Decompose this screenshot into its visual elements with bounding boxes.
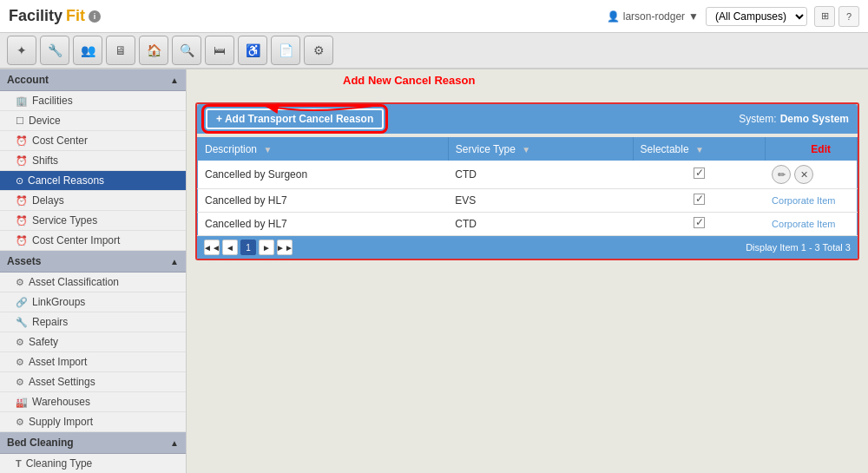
- bed-cleaning-arrow-icon: ▲: [170, 438, 179, 448]
- sidebar-item-service-types[interactable]: ⏰ Service Types: [0, 211, 186, 231]
- sidebar-item-label: Device: [29, 115, 61, 127]
- selectable-cell: [633, 161, 765, 189]
- supply-import-icon: ⚙: [16, 417, 24, 428]
- selectable-checkbox[interactable]: [694, 194, 705, 205]
- content-area: Add New Cancel Reason + Add Transport Ca…: [187, 69, 868, 473]
- sidebar-item-delays[interactable]: ⏰ Delays: [0, 191, 186, 211]
- repairs-icon: 🔧: [16, 317, 28, 328]
- page-1-button[interactable]: 1: [240, 240, 256, 255]
- selectable-checkbox[interactable]: [694, 217, 705, 228]
- username: larson-rodger: [623, 10, 685, 23]
- selectable-cell: [633, 189, 765, 213]
- sidebar-item-cancel-reasons[interactable]: ⊙ Cancel Reasons: [0, 171, 186, 191]
- warehouses-icon: 🏭: [16, 397, 28, 408]
- last-page-button[interactable]: ►►: [277, 240, 293, 255]
- selectable-filter-icon[interactable]: ▼: [695, 145, 704, 154]
- wheelchair-toolbar-btn[interactable]: ♿: [238, 36, 267, 65]
- prev-page-button[interactable]: ◄: [222, 240, 238, 255]
- corp-label: Corporate Item: [772, 219, 835, 229]
- sidebar-item-device[interactable]: ☐ Device: [0, 111, 186, 131]
- bed-cleaning-section-label: Bed Cleaning: [7, 437, 74, 449]
- col-selectable: Selectable ▼: [633, 138, 765, 161]
- bed-toolbar-btn[interactable]: 🛏: [205, 36, 234, 65]
- first-page-button[interactable]: ◄◄: [204, 240, 220, 255]
- service-type-filter-icon[interactable]: ▼: [522, 145, 530, 154]
- sidebar-item-safety[interactable]: ⚙ Safety: [0, 332, 186, 352]
- sidebar-item-shifts[interactable]: ⏰ Shifts: [0, 151, 186, 171]
- flash-toolbar-btn[interactable]: ✦: [7, 36, 36, 65]
- assets-section-label: Assets: [7, 255, 41, 267]
- sidebar-section-account: Account ▲ 🏢 Facilities ☐ Device ⏰ Cost C…: [0, 69, 186, 251]
- sidebar-item-warehouses[interactable]: 🏭 Warehouses: [0, 392, 186, 412]
- next-page-button[interactable]: ►: [259, 240, 274, 255]
- home-toolbar-btn[interactable]: 🏠: [139, 36, 168, 65]
- settings-toolbar-btn[interactable]: ⚙: [304, 36, 333, 65]
- sidebar-item-label: Warehouses: [32, 396, 90, 408]
- sidebar-item-label: Asset Import: [29, 356, 87, 368]
- question-icon[interactable]: ?: [838, 6, 859, 27]
- assets-arrow-icon: ▲: [170, 257, 179, 266]
- sidebar-item-linkgroups[interactable]: 🔗 LinkGroups: [0, 292, 186, 312]
- user-dropdown-icon[interactable]: ▼: [688, 10, 699, 23]
- service-type-cell: CTD: [448, 161, 633, 189]
- toolbar: ✦ 🔧 👥 🖥 🏠 🔍 🛏 ♿ 📄 ⚙: [0, 33, 868, 69]
- add-button-row: + Add Transport Cancel Reason System: De…: [197, 104, 858, 134]
- logo-fit: Fit: [66, 7, 85, 25]
- system-name: Demo System: [780, 113, 849, 125]
- sidebar-item-repairs[interactable]: 🔧 Repairs: [0, 312, 186, 332]
- sidebar-item-label: Delays: [32, 194, 64, 207]
- col-actions: Edit: [765, 138, 857, 161]
- campus-select[interactable]: (All Campuses): [706, 7, 807, 26]
- sidebar-item-label: Safety: [29, 336, 58, 348]
- display-info: Display Item 1 - 3 Total 3: [746, 242, 851, 253]
- sidebar-item-cost-center-import[interactable]: ⏰ Cost Center Import: [0, 231, 186, 251]
- logo-facility: Facility: [9, 7, 62, 25]
- sidebar-item-label: Cancel Reasons: [28, 174, 104, 187]
- cleaning-type-icon: T: [16, 458, 22, 469]
- edit-button[interactable]: ✏: [772, 165, 791, 184]
- description-filter-icon[interactable]: ▼: [263, 145, 272, 154]
- sidebar-item-label: Service Types: [32, 214, 97, 227]
- add-transport-cancel-reason-button[interactable]: + Add Transport Cancel Reason: [206, 108, 384, 129]
- page-controls: ◄◄ ◄ 1 ► ►►: [204, 240, 293, 255]
- data-table: Description ▼ Service Type ▼ Selectable …: [197, 137, 858, 236]
- main-layout: Account ▲ 🏢 Facilities ☐ Device ⏰ Cost C…: [0, 69, 868, 473]
- wrench-toolbar-btn[interactable]: 🔧: [40, 36, 69, 65]
- sidebar-item-cost-center[interactable]: ⏰ Cost Center: [0, 131, 186, 151]
- search-toolbar-btn[interactable]: 🔍: [172, 36, 201, 65]
- cancel-reasons-icon: ⊙: [16, 175, 23, 187]
- sidebar-section-account-header[interactable]: Account ▲: [0, 69, 186, 91]
- edit-column-label: Edit: [811, 143, 831, 155]
- shifts-icon: ⏰: [16, 155, 28, 167]
- selectable-checkbox[interactable]: [694, 168, 705, 179]
- sidebar-item-cleaning-type[interactable]: T Cleaning Type: [0, 454, 186, 473]
- asset-settings-icon: ⚙: [16, 377, 24, 388]
- sidebar-section-bed-cleaning-header[interactable]: Bed Cleaning ▲: [0, 432, 186, 454]
- account-arrow-icon: ▲: [170, 76, 179, 85]
- system-label: System:: [739, 113, 776, 125]
- description-cell: Cancelled by Surgeon: [198, 161, 449, 189]
- sidebar-item-label: Repairs: [32, 316, 68, 328]
- delete-button[interactable]: ✕: [794, 165, 813, 184]
- actions-cell: Corporate Item: [765, 189, 857, 213]
- sidebar-item-label: Facilities: [32, 95, 73, 107]
- sidebar-section-assets-header[interactable]: Assets ▲: [0, 251, 186, 273]
- sidebar-item-asset-classification[interactable]: ⚙ Asset Classification: [0, 273, 186, 292]
- annotation-text: Add New Cancel Reason: [343, 74, 475, 87]
- grid-icon[interactable]: ⊞: [814, 6, 835, 27]
- actions-cell: Corporate Item: [765, 213, 857, 236]
- logo: FacilityFit i: [9, 7, 101, 25]
- sidebar-item-facilities[interactable]: 🏢 Facilities: [0, 91, 186, 111]
- sidebar-item-asset-settings[interactable]: ⚙ Asset Settings: [0, 372, 186, 392]
- corp-label: Corporate Item: [772, 195, 835, 206]
- linkgroups-icon: 🔗: [16, 297, 28, 308]
- logo-info-icon[interactable]: i: [89, 10, 101, 23]
- document-toolbar-btn[interactable]: 📄: [271, 36, 300, 65]
- monitor-toolbar-btn[interactable]: 🖥: [106, 36, 135, 65]
- col-service-type: Service Type ▼: [448, 138, 633, 161]
- sidebar-item-supply-import[interactable]: ⚙ Supply Import: [0, 412, 186, 432]
- people-toolbar-btn[interactable]: 👥: [73, 36, 102, 65]
- sidebar-item-asset-import[interactable]: ⚙ Asset Import: [0, 352, 186, 372]
- table-row: Cancelled by HL7 EVS Corporate Item: [198, 189, 858, 213]
- table-row: Cancelled by HL7 CTD Corporate Item: [198, 213, 858, 236]
